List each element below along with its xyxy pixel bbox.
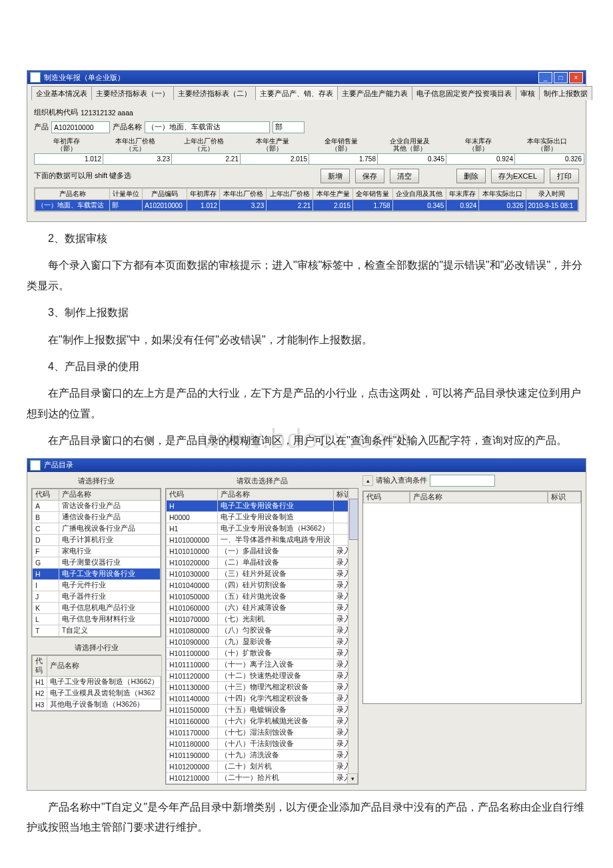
table-row[interactable]: H101180000（十八）干法刻蚀设备录入: [167, 738, 358, 749]
field-input[interactable]: 0.345: [377, 153, 447, 165]
column-header[interactable]: 产品名称: [47, 655, 162, 676]
table-row[interactable]: H101050000（五）硅片抛光设备录入: [167, 591, 358, 602]
column-header[interactable]: 录入时间: [526, 189, 578, 200]
table-row[interactable]: H101060000（六）硅片减薄设备录入: [167, 602, 358, 613]
column-header[interactable]: 年末库存: [446, 189, 479, 200]
tab-2[interactable]: 主要经济指标表（二）: [173, 86, 256, 100]
table-row[interactable]: J电子器件行业: [33, 591, 161, 602]
field-input[interactable]: 1.758: [308, 153, 378, 165]
field-input[interactable]: 3.23: [103, 153, 173, 165]
export-excel-button[interactable]: 存为EXCEL: [491, 169, 544, 183]
table-row[interactable]: H101000000一、半导体器件和集成电路专用设: [167, 534, 358, 545]
product-name-input[interactable]: （一）地面、车载雷达: [145, 121, 270, 133]
table-row[interactable]: H101200000（二十）划片机录入: [167, 761, 358, 772]
column-header[interactable]: 计量单位: [110, 189, 143, 200]
table-row[interactable]: H101020000（二）单晶硅设备录入: [167, 557, 358, 568]
table-row[interactable]: H101040000（四）硅片切割设备录入: [167, 579, 358, 591]
table-row[interactable]: B通信设备行业产品: [33, 511, 161, 523]
major-industry-table[interactable]: 代码产品名称 A雷达设备行业产品B通信设备行业产品C广播电视设备行业产品D电子计…: [32, 489, 161, 637]
table-row[interactable]: G电子测量仪器行业: [33, 557, 161, 568]
tab-1[interactable]: 主要经济指标表（一）: [91, 86, 174, 100]
table-row[interactable]: H2电子工业模具及齿轮制造（H362: [33, 687, 162, 699]
tab-3[interactable]: 主要产品产、销、存表: [255, 86, 338, 100]
close-button[interactable]: ×: [569, 72, 583, 83]
add-button[interactable]: 新增: [320, 169, 350, 183]
column-header[interactable]: 产品名称: [410, 491, 548, 503]
column-header[interactable]: 本年实际出口: [479, 189, 526, 200]
column-header[interactable]: 全年销售量: [352, 189, 392, 200]
field-input[interactable]: 1.012: [34, 153, 104, 165]
table-row[interactable]: H101160000（十六）化学机械抛光设备录入: [167, 715, 358, 727]
tab-5[interactable]: 电子信息固定资产投资项目表: [412, 86, 516, 100]
table-row[interactable]: K电子信息机电产品行业: [33, 602, 161, 613]
table-row[interactable]: D电子计算机行业: [33, 534, 161, 545]
table-row[interactable]: H101210000（二十一）拾片机录入: [167, 772, 358, 783]
table-row[interactable]: F家电行业: [33, 545, 161, 557]
column-header[interactable]: 代码: [167, 489, 218, 500]
tab-7[interactable]: 制作上报数据: [539, 86, 592, 100]
table-row[interactable]: H101120000（十二）快速热处理设备录入: [167, 670, 358, 681]
table-row[interactable]: H101090000（九）显影设备录入: [167, 636, 358, 647]
column-header[interactable]: 上年出厂价格: [267, 189, 313, 200]
tab-6[interactable]: 审核: [516, 86, 540, 100]
clear-button[interactable]: 清空: [390, 169, 419, 183]
search-input[interactable]: [430, 475, 495, 487]
search-results-table[interactable]: 代码产品名称标识: [362, 491, 582, 704]
table-row[interactable]: H101140000（十四）化学汽相淀积设备录入: [167, 693, 358, 704]
field-input[interactable]: 0.924: [446, 153, 516, 165]
table-row[interactable]: H101110000（十一）离子注入设备录入: [167, 659, 358, 670]
delete-button[interactable]: 删除: [456, 169, 486, 183]
maximize-button[interactable]: □: [554, 72, 568, 83]
table-row[interactable]: H101080000（八）匀胶设备录入: [167, 625, 358, 636]
scroll-up-icon[interactable]: ▴: [362, 475, 373, 486]
column-header[interactable]: 代码: [33, 655, 47, 676]
table-row[interactable]: H1电子工业专用设备制造（H3662）: [33, 676, 162, 687]
field-input[interactable]: 2.015: [240, 153, 310, 165]
table-row[interactable]: H101030000（三）硅片外延设备录入: [167, 568, 358, 579]
column-header[interactable]: 代码: [363, 491, 410, 503]
field-input[interactable]: 2.21: [171, 153, 241, 165]
table-row[interactable]: （一）地面、车载雷达部A1020100001.0123.232.212.0151…: [35, 200, 578, 211]
table-row[interactable]: H0000电子工业专用设备制造: [167, 511, 358, 523]
column-header[interactable]: 企业自用及其他: [392, 189, 446, 200]
product-list-table[interactable]: 代码产品名称标识 H电子工业专用设备行业H0000电子工业专用设备制造H1电子工…: [166, 489, 358, 784]
table-row[interactable]: L电子信息专用材料行业: [33, 613, 161, 625]
column-header[interactable]: 本年生产量: [313, 189, 353, 200]
table-row[interactable]: TT自定义: [33, 625, 161, 636]
tab-0[interactable]: 企业基本情况表: [31, 86, 92, 100]
table-row[interactable]: H3其他电子设备制造（H3626）: [33, 699, 162, 710]
column-header[interactable]: 年初库存: [187, 189, 219, 200]
table-row[interactable]: H101100000（十）扩散设备录入: [167, 647, 358, 659]
vertical-scrollbar[interactable]: [348, 489, 358, 784]
table-row[interactable]: H101150000（十五）电镀铜设备录入: [167, 704, 358, 715]
table-row[interactable]: H101130000（十三）物理汽相淀积设备录入: [167, 681, 358, 693]
save-button[interactable]: 保存: [355, 169, 384, 183]
table-row[interactable]: A雷达设备行业产品: [33, 500, 161, 511]
unit-input[interactable]: 部: [273, 121, 305, 133]
table-row[interactable]: H电子工业专用设备行业: [167, 500, 358, 511]
table-row[interactable]: H1电子工业专用设备制造（H3662）: [167, 523, 358, 534]
table-row[interactable]: C广播电视设备行业产品: [33, 523, 161, 534]
product-table[interactable]: 产品名称计量单位产品编码年初库存本年出厂价格上年出厂价格本年生产量全年销售量企业…: [35, 188, 578, 211]
table-row[interactable]: I电子元件行业: [33, 579, 161, 591]
table-row[interactable]: H电子工业专用设备行业: [33, 568, 161, 579]
table-row[interactable]: H101170000（十七）湿法刻蚀设备录入: [167, 727, 358, 738]
column-header[interactable]: 产品名称: [59, 489, 160, 500]
column-header[interactable]: 本年出厂价格: [220, 189, 267, 200]
print-button[interactable]: 打印: [550, 169, 579, 183]
column-header[interactable]: 标识: [548, 491, 581, 503]
column-header[interactable]: 产品名称: [217, 489, 333, 500]
product-code-input[interactable]: A102010000: [51, 121, 110, 133]
scrollbar-thumb[interactable]: [349, 499, 358, 540]
table-row[interactable]: H101010000（一）多晶硅设备录入: [167, 545, 358, 557]
column-header[interactable]: 代码: [33, 489, 59, 500]
column-header[interactable]: 产品编码: [143, 189, 187, 200]
column-header[interactable]: 产品名称: [35, 189, 110, 200]
field-input[interactable]: 0.326: [514, 153, 584, 165]
tab-4[interactable]: 主要产品生产能力表: [337, 86, 412, 100]
scroll-down-icon[interactable]: ▾: [347, 773, 358, 784]
table-row[interactable]: H101070000（七）光刻机录入: [167, 613, 358, 625]
table-row[interactable]: H101190000（十九）清洗设备录入: [167, 749, 358, 761]
minor-industry-table[interactable]: 代码产品名称 H1电子工业专用设备制造（H3662）H2电子工业模具及齿轮制造（…: [32, 655, 162, 711]
minimize-button[interactable]: _: [538, 72, 552, 83]
